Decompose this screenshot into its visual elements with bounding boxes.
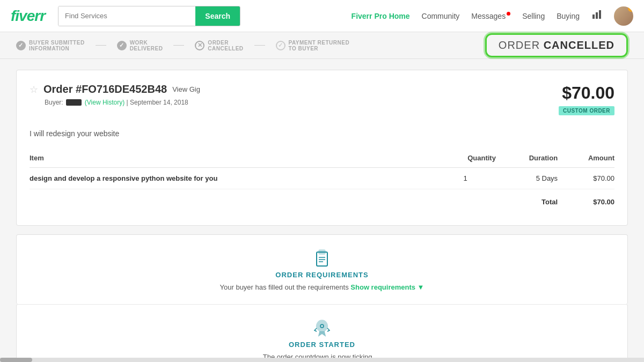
search-bar: Search [58,6,240,26]
item-quantity: 1 [435,168,496,189]
col-duration: Duration [496,149,558,168]
buyer-label: Buyer: [45,99,63,106]
requirements-title: ORDER REQUIREMENTS [30,271,614,279]
step-check-icon-1: ✓ [16,41,26,50]
order-price: $70.00 [559,83,614,103]
order-card: ☆ Order #FO716DE452B48 View Gig Buyer: (… [16,70,628,226]
step-label-1: BUYER SUBMITTEDINFORMATION [29,40,85,51]
col-quantity: Quantity [435,149,496,168]
rocket-icon [30,317,614,341]
order-price-section: $70.00 CUSTOM ORDER [559,83,614,115]
nav-pro-home[interactable]: Fiverr Pro Home [352,12,410,20]
order-cancelled-container: ORDER CANCELLED [485,33,628,57]
order-date: September 14, 2018 [130,99,188,106]
logo[interactable]: fiverr [11,8,45,25]
show-requirements-link[interactable]: Show requirements ▼ [350,283,424,291]
nav-messages[interactable]: Messages [471,12,510,20]
item-amount: $70.00 [558,168,614,189]
search-input[interactable] [58,6,195,26]
order-header: ☆ Order #FO716DE452B48 View Gig Buyer: (… [30,83,614,115]
favorite-star-icon[interactable]: ☆ [30,84,38,95]
order-description: I will redesign your website [30,124,614,138]
svg-rect-4 [319,250,325,254]
order-table: Item Quantity Duration Amount design and… [30,149,614,212]
svg-rect-1 [596,12,598,19]
status-bar: ✓ BUYER SUBMITTEDINFORMATION ✓ WORKDELIV… [0,32,644,59]
order-started-title: ORDER STARTED [30,341,614,349]
nav-selling[interactable]: Selling [522,12,545,20]
step-payment-returned: ✓ PAYMENT RETURNEDTO BUYER [276,40,350,51]
order-title-row: ☆ Order #FO716DE452B48 View Gig [30,83,200,95]
total-label: Total [496,189,558,213]
step-label-4: PAYMENT RETURNEDTO BUYER [289,40,350,51]
svg-rect-0 [592,14,595,19]
requirements-desc: Your buyer has filled out the requiremen… [30,283,614,291]
nav-community[interactable]: Community [422,12,460,20]
order-started-section: ORDER STARTED The order countdown is now… [16,304,628,362]
step-check-icon-4: ✓ [276,41,286,50]
step-x-icon: ✕ [195,41,204,50]
order-meta: Buyer: (View History) | September 14, 20… [45,99,200,106]
main-content: ☆ Order #FO716DE452B48 View Gig Buyer: (… [0,59,644,362]
step-divider-2 [173,45,184,46]
order-number: Order #FO716DE452B48 [43,83,167,95]
order-cancelled-text: ORDER CANCELLED [499,39,614,51]
step-divider-3 [254,45,265,46]
col-item: Item [30,149,435,168]
step-check-icon-2: ✓ [117,41,127,50]
avatar-badge: 1 [628,6,633,12]
view-gig-link[interactable]: View Gig [172,85,200,93]
table-row: design and develop a responsive python w… [30,168,614,189]
header: fiverr Search Fiverr Pro Home Community … [0,0,644,32]
stats-icon[interactable] [591,9,602,23]
table-header-row: Item Quantity Duration Amount [30,149,614,168]
view-history-link[interactable]: (View History) [85,99,125,106]
requirements-desc-text: Your buyer has filled out the requiremen… [220,283,349,291]
step-label-2: WORKDELIVERED [130,40,163,51]
step-divider-1 [96,45,106,46]
total-empty-1 [30,189,435,213]
buyer-name [66,99,82,106]
clipboard-icon [30,248,614,271]
step-label-3: ORDERCANCELLED [208,40,243,51]
item-duration: 5 Days [496,168,558,189]
custom-order-badge: CUSTOM ORDER [559,106,614,115]
order-cancelled-badge: ORDER CANCELLED [485,33,628,57]
item-name: design and develop a responsive python w… [30,168,435,189]
order-title-section: ☆ Order #FO716DE452B48 View Gig Buyer: (… [30,83,200,106]
header-nav: Fiverr Pro Home Community Messages Selli… [352,6,633,26]
col-amount: Amount [558,149,614,168]
messages-dot [507,12,510,16]
avatar[interactable]: 1 [614,6,633,26]
horizontal-scrollbar[interactable] [0,358,644,362]
status-steps: ✓ BUYER SUBMITTEDINFORMATION ✓ WORKDELIV… [16,40,349,51]
search-button[interactable]: Search [195,6,240,26]
nav-buying[interactable]: Buying [557,12,580,20]
step-buyer-submitted: ✓ BUYER SUBMITTEDINFORMATION [16,40,85,51]
table-total-row: Total $70.00 [30,189,614,213]
scrollbar-thumb[interactable] [0,358,32,362]
step-work-delivered: ✓ WORKDELIVERED [117,40,163,51]
step-order-cancelled: ✕ ORDERCANCELLED [195,40,243,51]
svg-rect-2 [599,10,601,19]
total-empty-2 [435,189,496,213]
total-value: $70.00 [558,189,614,213]
requirements-section: ORDER REQUIREMENTS Your buyer has filled… [16,234,628,304]
